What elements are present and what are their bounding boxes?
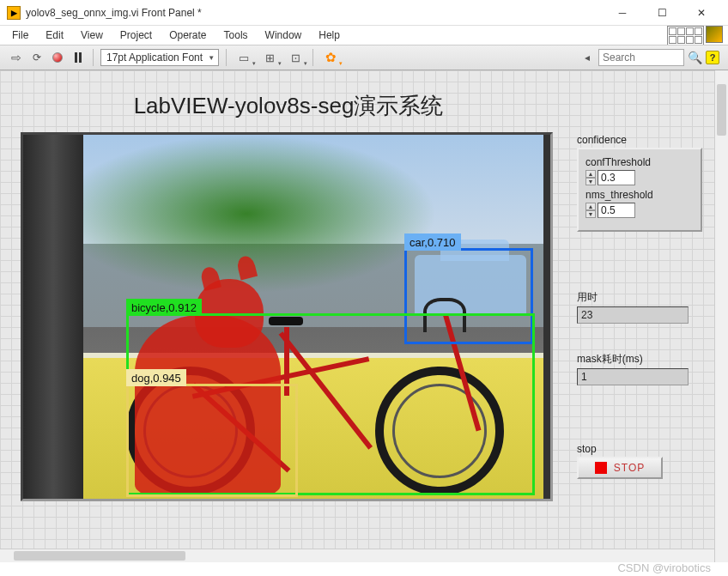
toolbar-separator (226, 49, 227, 66)
search-icon[interactable]: 🔍 (688, 51, 702, 64)
masktime-label: mask耗时(ms) (577, 352, 702, 367)
window-minimize-button[interactable]: ─ (603, 1, 642, 25)
front-panel-canvas: LabVIEW-yolov8s-seg演示系统 car,0.710 bicycl… (0, 70, 714, 549)
context-help-button[interactable]: ? (706, 51, 719, 64)
elapsed-value: 23 (577, 306, 689, 324)
detection-label-dog: dog,0.945 (126, 369, 186, 386)
scrollbar-thumb[interactable] (717, 84, 726, 136)
nmsthreshold-spinner[interactable]: ▲▼ (585, 203, 596, 218)
stop-icon (595, 462, 607, 474)
elapsed-label: 用时 (577, 290, 702, 305)
menu-project[interactable]: Project (113, 27, 159, 43)
menu-bar: File Edit View Project Operate Tools Win… (0, 26, 728, 45)
stop-button-text: STOP (614, 462, 645, 474)
menu-operate[interactable]: Operate (162, 27, 213, 43)
align-objects-button[interactable]: ▭ (234, 50, 254, 65)
run-continuously-button[interactable]: ⟳ (29, 50, 45, 65)
spinner-up-icon[interactable]: ▲ (585, 203, 596, 210)
nmsthreshold-label: nms_threshold (585, 189, 694, 201)
toolbar: ⇨ ⟳ 17pt Application Font ▭ ⊞ ⊡ ✿ ◂ 🔍 ? (0, 45, 728, 70)
window-title: yolov8_seg_onnx_img.vi Front Panel * (26, 7, 603, 19)
window-close-button[interactable]: ✕ (682, 1, 721, 25)
resize-objects-button[interactable]: ⊡ (285, 50, 306, 65)
search-prev-icon[interactable]: ◂ (579, 50, 595, 65)
menu-help[interactable]: Help (312, 27, 347, 43)
confthreshold-input[interactable]: 0.3 (598, 170, 635, 185)
scrollbar-thumb[interactable] (14, 551, 185, 561)
page-title: LabVIEW-yolov8s-seg演示系统 (0, 91, 577, 121)
detection-label-car: car,0.710 (404, 233, 461, 251)
detection-box-dog: dog,0.945 (126, 384, 298, 497)
spinner-down-icon[interactable]: ▼ (585, 178, 596, 185)
pause-button[interactable] (70, 50, 86, 65)
confidence-frame: confThreshold ▲▼ 0.3 nms_threshold ▲▼ 0.… (577, 148, 702, 232)
confthreshold-spinner[interactable]: ▲▼ (585, 170, 596, 185)
run-button[interactable]: ⇨ (9, 50, 24, 65)
labview-app-icon: ▶ (7, 6, 21, 20)
horizontal-scrollbar[interactable] (0, 549, 714, 562)
pillar-right (543, 135, 550, 501)
reorder-button[interactable]: ✿ (320, 50, 341, 65)
vertical-scrollbar[interactable] (714, 70, 728, 562)
masktime-group: mask耗时(ms) 1 (577, 350, 702, 385)
detection-label-bicycle: bicycle,0.912 (126, 299, 202, 316)
spinner-down-icon[interactable]: ▼ (585, 210, 596, 218)
connector-pane-icon[interactable] (667, 26, 704, 45)
stop-label: stop (577, 443, 702, 455)
menu-window[interactable]: Window (258, 27, 309, 43)
vi-icon[interactable] (706, 26, 723, 43)
masktime-value: 1 (577, 368, 689, 385)
font-selector[interactable]: 17pt Application Font (100, 49, 219, 66)
watermark-text: CSDN @virobotics (617, 561, 711, 574)
menu-file[interactable]: File (5, 27, 35, 43)
stop-group: stop STOP (577, 441, 702, 479)
window-titlebar: ▶ yolov8_seg_onnx_img.vi Front Panel * ─… (0, 0, 728, 26)
window-maximize-button[interactable]: ☐ (642, 1, 682, 25)
image-display: car,0.710 bicycle,0.912 dog,0.945 (21, 132, 553, 501)
pillar-left (23, 135, 83, 501)
nmsthreshold-input[interactable]: 0.5 (598, 203, 635, 218)
toolbar-separator (312, 49, 313, 66)
elapsed-group: 用时 23 (577, 288, 702, 324)
confidence-cluster: confidence confThreshold ▲▼ 0.3 nms_thre… (577, 132, 702, 232)
menu-view[interactable]: View (74, 27, 110, 43)
search-input[interactable] (598, 49, 684, 66)
confidence-label: confidence (577, 134, 702, 146)
record-button[interactable] (50, 50, 65, 65)
menu-edit[interactable]: Edit (39, 27, 70, 43)
stop-button[interactable]: STOP (577, 457, 663, 479)
spinner-up-icon[interactable]: ▲ (585, 170, 596, 178)
confthreshold-label: confThreshold (585, 156, 694, 168)
distribute-objects-button[interactable]: ⊞ (259, 50, 280, 65)
menu-tools[interactable]: Tools (217, 27, 255, 43)
toolbar-separator (93, 49, 94, 66)
